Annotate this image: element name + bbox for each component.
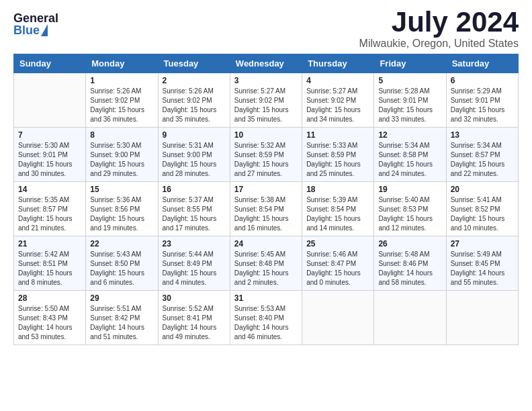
- calendar-cell: 12Sunrise: 5:34 AM Sunset: 8:58 PM Dayli…: [374, 128, 446, 182]
- day-info: Sunrise: 5:38 AM Sunset: 8:54 PM Dayligh…: [234, 195, 298, 233]
- weekday-header-tuesday: Tuesday: [158, 54, 230, 73]
- day-info: Sunrise: 5:39 AM Sunset: 8:54 PM Dayligh…: [306, 195, 369, 233]
- day-info: Sunrise: 5:35 AM Sunset: 8:57 PM Dayligh…: [18, 195, 81, 233]
- calendar-cell: 21Sunrise: 5:42 AM Sunset: 8:51 PM Dayli…: [14, 236, 86, 291]
- calendar-cell: 25Sunrise: 5:46 AM Sunset: 8:47 PM Dayli…: [302, 236, 374, 291]
- calendar-cell: 5Sunrise: 5:28 AM Sunset: 9:01 PM Daylig…: [374, 73, 446, 128]
- calendar-week-row: 1Sunrise: 5:26 AM Sunset: 9:02 PM Daylig…: [14, 73, 519, 128]
- calendar-cell: 17Sunrise: 5:38 AM Sunset: 8:54 PM Dayli…: [230, 182, 302, 236]
- day-info: Sunrise: 5:26 AM Sunset: 9:02 PM Dayligh…: [90, 87, 153, 124]
- day-info: Sunrise: 5:32 AM Sunset: 8:59 PM Dayligh…: [234, 141, 298, 179]
- day-number: 9: [163, 130, 226, 140]
- calendar-table: SundayMondayTuesdayWednesdayThursdayFrid…: [13, 54, 519, 345]
- day-number: 16: [163, 185, 226, 194]
- weekday-header-row: SundayMondayTuesdayWednesdayThursdayFrid…: [14, 54, 519, 73]
- calendar-cell: 29Sunrise: 5:51 AM Sunset: 8:42 PM Dayli…: [86, 291, 158, 345]
- calendar-cell: 19Sunrise: 5:40 AM Sunset: 8:53 PM Dayli…: [374, 182, 446, 236]
- calendar-cell: 18Sunrise: 5:39 AM Sunset: 8:54 PM Dayli…: [302, 182, 374, 236]
- day-number: 1: [90, 76, 153, 85]
- day-info: Sunrise: 5:36 AM Sunset: 8:56 PM Dayligh…: [90, 195, 153, 233]
- calendar-cell: 10Sunrise: 5:32 AM Sunset: 8:59 PM Dayli…: [230, 128, 302, 182]
- logo-triangle-icon: [41, 24, 48, 36]
- day-info: Sunrise: 5:52 AM Sunset: 8:41 PM Dayligh…: [163, 304, 226, 342]
- day-info: Sunrise: 5:26 AM Sunset: 9:02 PM Dayligh…: [163, 87, 226, 124]
- day-number: 24: [234, 239, 298, 248]
- weekday-header-friday: Friday: [374, 54, 446, 73]
- calendar-cell: 3Sunrise: 5:27 AM Sunset: 9:02 PM Daylig…: [230, 73, 302, 128]
- calendar-cell: 14Sunrise: 5:35 AM Sunset: 8:57 PM Dayli…: [14, 182, 86, 236]
- day-number: 15: [90, 185, 153, 194]
- calendar-cell: 4Sunrise: 5:27 AM Sunset: 9:02 PM Daylig…: [302, 73, 374, 128]
- day-number: 6: [451, 76, 514, 85]
- day-number: 26: [378, 239, 441, 248]
- calendar-cell: 27Sunrise: 5:49 AM Sunset: 8:45 PM Dayli…: [446, 236, 518, 291]
- day-number: 11: [306, 130, 369, 140]
- page-header: General Blue July 2024 Milwaukie, Oregon…: [13, 7, 519, 50]
- month-title: July 2024: [359, 7, 519, 38]
- day-number: 25: [306, 239, 369, 248]
- weekday-header-sunday: Sunday: [14, 54, 86, 73]
- calendar-cell: 2Sunrise: 5:26 AM Sunset: 9:02 PM Daylig…: [158, 73, 230, 128]
- day-number: 4: [306, 76, 369, 85]
- calendar-week-row: 14Sunrise: 5:35 AM Sunset: 8:57 PM Dayli…: [14, 182, 519, 236]
- calendar-cell: 16Sunrise: 5:37 AM Sunset: 8:55 PM Dayli…: [158, 182, 230, 236]
- day-number: 23: [163, 239, 226, 248]
- day-number: 21: [18, 239, 81, 248]
- calendar-cell: 13Sunrise: 5:34 AM Sunset: 8:57 PM Dayli…: [446, 128, 518, 182]
- weekday-header-wednesday: Wednesday: [230, 54, 302, 73]
- weekday-header-saturday: Saturday: [446, 54, 518, 73]
- day-info: Sunrise: 5:40 AM Sunset: 8:53 PM Dayligh…: [378, 195, 441, 233]
- day-number: 2: [163, 76, 226, 85]
- day-info: Sunrise: 5:42 AM Sunset: 8:51 PM Dayligh…: [18, 250, 81, 287]
- calendar-cell: 30Sunrise: 5:52 AM Sunset: 8:41 PM Dayli…: [158, 291, 230, 345]
- day-info: Sunrise: 5:46 AM Sunset: 8:47 PM Dayligh…: [306, 250, 369, 287]
- day-number: 31: [234, 293, 298, 303]
- calendar-week-row: 21Sunrise: 5:42 AM Sunset: 8:51 PM Dayli…: [14, 236, 519, 291]
- day-info: Sunrise: 5:30 AM Sunset: 9:01 PM Dayligh…: [18, 141, 81, 179]
- day-number: 27: [451, 239, 514, 248]
- day-info: Sunrise: 5:44 AM Sunset: 8:49 PM Dayligh…: [163, 250, 226, 287]
- day-number: 8: [90, 130, 153, 140]
- calendar-cell: [302, 291, 374, 345]
- calendar-cell: [14, 73, 86, 128]
- day-info: Sunrise: 5:31 AM Sunset: 9:00 PM Dayligh…: [163, 141, 226, 179]
- day-info: Sunrise: 5:34 AM Sunset: 8:58 PM Dayligh…: [378, 141, 441, 179]
- calendar-cell: 7Sunrise: 5:30 AM Sunset: 9:01 PM Daylig…: [14, 128, 86, 182]
- day-number: 5: [378, 76, 441, 85]
- calendar-cell: 23Sunrise: 5:44 AM Sunset: 8:49 PM Dayli…: [158, 236, 230, 291]
- day-info: Sunrise: 5:45 AM Sunset: 8:48 PM Dayligh…: [234, 250, 298, 287]
- calendar-cell: 26Sunrise: 5:48 AM Sunset: 8:46 PM Dayli…: [374, 236, 446, 291]
- calendar-cell: 1Sunrise: 5:26 AM Sunset: 9:02 PM Daylig…: [86, 73, 158, 128]
- day-number: 22: [90, 239, 153, 248]
- calendar-cell: 6Sunrise: 5:29 AM Sunset: 9:01 PM Daylig…: [446, 73, 518, 128]
- logo-blue-text: Blue: [13, 24, 48, 36]
- day-number: 10: [234, 130, 298, 140]
- calendar-cell: 9Sunrise: 5:31 AM Sunset: 9:00 PM Daylig…: [158, 128, 230, 182]
- day-number: 13: [451, 130, 514, 140]
- calendar-cell: 22Sunrise: 5:43 AM Sunset: 8:50 PM Dayli…: [86, 236, 158, 291]
- day-info: Sunrise: 5:43 AM Sunset: 8:50 PM Dayligh…: [90, 250, 153, 287]
- day-number: 28: [18, 293, 81, 303]
- title-block: July 2024 Milwaukie, Oregon, United Stat…: [359, 7, 519, 50]
- day-info: Sunrise: 5:50 AM Sunset: 8:43 PM Dayligh…: [18, 304, 81, 342]
- location-text: Milwaukie, Oregon, United States: [359, 38, 519, 50]
- day-number: 20: [451, 185, 514, 194]
- day-number: 3: [234, 76, 298, 85]
- calendar-week-row: 28Sunrise: 5:50 AM Sunset: 8:43 PM Dayli…: [14, 291, 519, 345]
- day-info: Sunrise: 5:34 AM Sunset: 8:57 PM Dayligh…: [451, 141, 514, 179]
- logo: General Blue: [13, 12, 58, 36]
- calendar-cell: 8Sunrise: 5:30 AM Sunset: 9:00 PM Daylig…: [86, 128, 158, 182]
- day-number: 19: [378, 185, 441, 194]
- calendar-week-row: 7Sunrise: 5:30 AM Sunset: 9:01 PM Daylig…: [14, 128, 519, 182]
- calendar-cell: 20Sunrise: 5:41 AM Sunset: 8:52 PM Dayli…: [446, 182, 518, 236]
- calendar-cell: 11Sunrise: 5:33 AM Sunset: 8:59 PM Dayli…: [302, 128, 374, 182]
- day-number: 30: [163, 293, 226, 303]
- calendar-cell: 28Sunrise: 5:50 AM Sunset: 8:43 PM Dayli…: [14, 291, 86, 345]
- day-number: 14: [18, 185, 81, 194]
- day-info: Sunrise: 5:49 AM Sunset: 8:45 PM Dayligh…: [451, 250, 514, 287]
- day-info: Sunrise: 5:30 AM Sunset: 9:00 PM Dayligh…: [90, 141, 153, 179]
- calendar-cell: [446, 291, 518, 345]
- day-number: 7: [18, 130, 81, 140]
- day-info: Sunrise: 5:48 AM Sunset: 8:46 PM Dayligh…: [378, 250, 441, 287]
- calendar-cell: [374, 291, 446, 345]
